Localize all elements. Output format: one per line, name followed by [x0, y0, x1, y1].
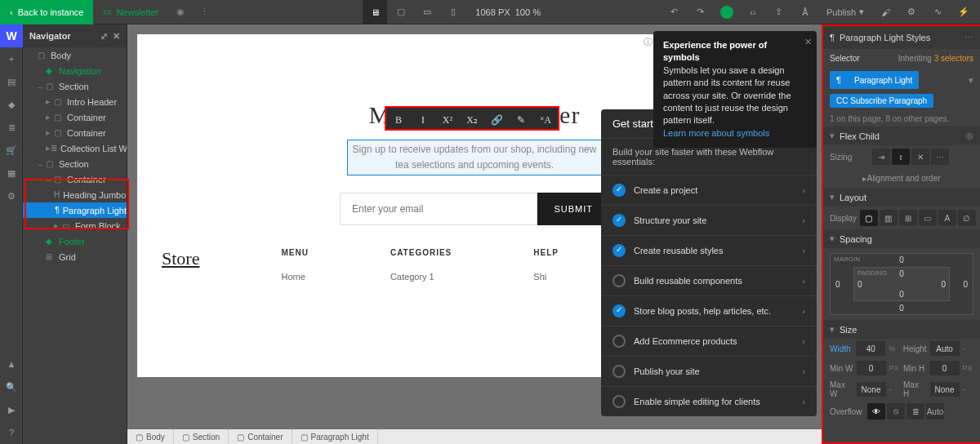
audit-button[interactable]: ▲ [0, 353, 23, 375]
settings-button[interactable]: ⚙ [0, 184, 23, 207]
overflow-visible-button[interactable]: 👁 [867, 403, 885, 420]
nav-item-container[interactable]: ▸▢Container [23, 125, 127, 140]
padding-top[interactable]: 0 [899, 269, 904, 278]
link-button[interactable]: 🔗 [484, 108, 509, 132]
size-section[interactable]: ▾Size [823, 320, 980, 339]
inheriting-count[interactable]: 3 selectors [934, 54, 973, 63]
breadcrumb-container[interactable]: ▢ Container [229, 429, 292, 444]
more-icon[interactable]: ⋯ [964, 33, 973, 43]
nav-item-grid[interactable]: ⊞Grid [23, 249, 127, 264]
webflow-logo[interactable]: W [0, 24, 23, 47]
brush-tab[interactable]: 🖌 [874, 1, 897, 24]
padding-right[interactable]: 0 [941, 280, 946, 289]
height-input[interactable] [930, 341, 960, 356]
nav-item-intro-header[interactable]: ▸▢Intro Header [23, 94, 127, 109]
display-grid-button[interactable]: ⊞ [899, 210, 917, 226]
nav-item-collection-list-wrapper[interactable]: ▸≣Collection List Wrapper [23, 140, 127, 156]
italic-button[interactable]: I [411, 108, 435, 132]
display-block-button[interactable]: ▢ [860, 210, 878, 226]
desktop-device-button[interactable]: 🖥 [363, 0, 387, 24]
subscript-button[interactable]: X₂ [460, 108, 484, 132]
pages-button[interactable]: ▤ [0, 70, 23, 93]
overflow-scroll-button[interactable]: ≣ [906, 403, 924, 420]
padding-left[interactable]: 0 [858, 280, 862, 289]
display-flex-button[interactable]: ▥ [880, 210, 898, 226]
nav-item-section[interactable]: –▢Section [23, 156, 127, 171]
flex-child-section[interactable]: ▾Flex Child◎ [823, 127, 980, 145]
checklist-item[interactable]: Enable simple editing for clients› [601, 386, 817, 416]
mobile-device-button[interactable]: ▯ [441, 0, 466, 24]
help-button[interactable]: ? [0, 421, 23, 444]
nav-item-body[interactable]: ▢Body [23, 47, 127, 63]
submit-button[interactable]: SUBMIT [537, 193, 609, 225]
sizing-none-button[interactable]: ✕ [911, 149, 929, 165]
minw-input[interactable] [857, 361, 886, 375]
sizing-shrink-button[interactable]: ⇥ [872, 149, 890, 165]
breadcrumb-body[interactable]: ▢ Body [127, 429, 174, 444]
display-inline-button[interactable]: A [938, 210, 956, 226]
checklist-item[interactable]: Structure your site› [601, 205, 817, 235]
footer-help-link[interactable]: Shi [533, 272, 559, 282]
alignment-order-row[interactable]: ▸ Alignment and order [823, 168, 980, 188]
maxh-input[interactable] [930, 382, 960, 397]
effects-tab[interactable]: ⚡ [952, 1, 975, 24]
checklist-item[interactable]: Add Ecommerce products› [601, 326, 817, 356]
nav-item-container[interactable]: ▸▢Container [23, 109, 127, 125]
undo-button[interactable]: ↶ [663, 1, 686, 24]
settings-tab[interactable]: ⚙ [900, 1, 923, 24]
assets-button[interactable]: ▦ [0, 162, 23, 184]
minh-input[interactable] [930, 361, 960, 375]
tooltip-link[interactable]: Learn more about symbols [663, 128, 769, 138]
status-button[interactable] [715, 1, 738, 24]
overflow-auto-button[interactable]: Auto [926, 403, 944, 420]
display-none-button[interactable]: ∅ [958, 210, 976, 226]
nav-item-footer[interactable]: ◆Footer [23, 233, 127, 249]
breadcrumb-paragraph-light[interactable]: ▢ Paragraph Light [292, 429, 378, 444]
email-input[interactable] [340, 193, 537, 225]
nav-item-form-block[interactable]: ▸▭Form Block [23, 218, 127, 233]
collapse-icon[interactable]: ⤢ [100, 31, 108, 42]
margin-left[interactable]: 0 [835, 280, 840, 289]
clear-button[interactable]: ✎ [509, 108, 533, 132]
export-button[interactable]: ⇪ [768, 1, 791, 24]
navigator-button[interactable]: ◆ [0, 93, 23, 116]
breadcrumb-section[interactable]: ▢ Section [174, 429, 229, 444]
margin-bottom[interactable]: 0 [899, 304, 904, 313]
primary-class-tag[interactable]: Paragraph Light [848, 71, 919, 89]
chevron-down-icon[interactable]: ▾ [969, 75, 973, 86]
combo-class-tag[interactable]: CC Subscribe Paragraph [830, 94, 933, 108]
video-button[interactable]: ▶ [0, 398, 23, 421]
class-selector[interactable]: ¶ Paragraph Light ▾ [823, 68, 980, 92]
display-inlineblock-button[interactable]: ▭ [919, 210, 937, 226]
publish-button[interactable]: Publish ▾ [820, 7, 871, 17]
paragraph-light-selected[interactable]: Sign up to receive updates from our shop… [348, 140, 601, 175]
textcolor-button[interactable]: ˣA [533, 108, 558, 132]
layout-section[interactable]: ▾Layout [823, 188, 980, 206]
spacing-section[interactable]: ▾Spacing [823, 229, 980, 248]
nav-item-section[interactable]: –▢Section [23, 78, 127, 94]
checklist-item[interactable]: Publish your site› [601, 356, 817, 386]
tooltip-close-button[interactable]: ✕ [804, 36, 812, 48]
maxw-input[interactable] [857, 382, 886, 397]
interactions-tab[interactable]: ∿ [926, 1, 949, 24]
menu-button[interactable]: ⋮ [193, 7, 216, 17]
checklist-item[interactable]: Build reusable components› [601, 265, 817, 295]
nav-item-container[interactable]: –▢Container [23, 171, 127, 187]
padding-bottom[interactable]: 0 [899, 290, 904, 299]
mobile-landscape-button[interactable]: ▭ [415, 0, 439, 24]
back-to-instance-button[interactable]: ‹ Back to instance [0, 0, 93, 24]
nav-item-paragraph-light[interactable]: ¶Paragraph Light [23, 202, 127, 218]
nav-item-heading-jumbo-sma[interactable]: HHeading Jumbo Sma [23, 187, 127, 202]
sizing-grow-button[interactable]: ↕ [892, 149, 910, 165]
ecommerce-button[interactable]: 🛒 [0, 139, 23, 162]
bold-button[interactable]: B [386, 108, 411, 132]
overflow-hidden-button[interactable]: ⦸ [887, 403, 905, 420]
checklist-item[interactable]: Create reusable styles› [601, 235, 817, 265]
nav-item-navigation[interactable]: ◆Navigation [23, 63, 127, 78]
margin-right[interactable]: 0 [963, 280, 968, 289]
margin-top[interactable]: 0 [899, 255, 904, 264]
checklist-item[interactable]: Create a project› [601, 175, 817, 205]
width-input[interactable] [856, 341, 885, 356]
sizing-more-button[interactable]: ⋯ [931, 149, 949, 165]
code-button[interactable]: ‹› [742, 1, 764, 24]
